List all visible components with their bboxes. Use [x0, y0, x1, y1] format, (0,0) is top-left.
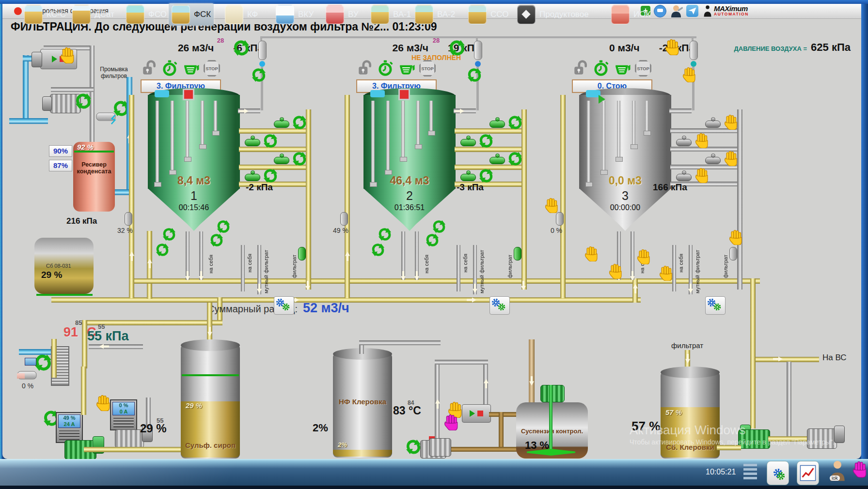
- pipe: [529, 339, 535, 403]
- settings-gears-button[interactable]: [274, 296, 294, 315]
- filter-feed-pipe: [345, 95, 350, 298]
- branch-valve[interactable]: [705, 121, 721, 128]
- taskbar-item-ksc[interactable]: КС-С: [21, 3, 69, 26]
- menu-stack-icon[interactable]: [743, 464, 757, 483]
- mixer-motor[interactable]: [540, 385, 565, 402]
- vfd-panel-2[interactable]: 0 %0 A: [110, 399, 137, 430]
- lock-open-icon: [141, 60, 158, 76]
- branch-valve[interactable]: [676, 174, 692, 181]
- setpoint-87[interactable]: 87%: [49, 160, 72, 171]
- taskbar-item-vu[interactable]: ВУ: [323, 3, 362, 26]
- taskbar-item-vku[interactable]: ВКУ: [273, 3, 316, 26]
- pipe: [89, 344, 143, 349]
- branch-valve[interactable]: [489, 157, 505, 164]
- filter-timer: 00:15:46: [148, 203, 240, 212]
- chat-icon[interactable]: [654, 5, 666, 17]
- recycle-icon: [479, 168, 493, 183]
- clock: 10:05:21: [706, 468, 736, 476]
- app-icon: [517, 5, 536, 24]
- app-icon: [415, 5, 433, 24]
- level-line: [36, 294, 93, 296]
- sb-08-031-tank[interactable]: Сб 08-031 29 %: [34, 238, 94, 294]
- pipe: [84, 447, 186, 452]
- sulf-name: Сульф. сироп: [183, 441, 238, 449]
- filter-candle: [587, 101, 590, 183]
- taskbar-item-va2[interactable]: ВА-2: [412, 3, 458, 26]
- branch-valve[interactable]: [489, 121, 505, 128]
- recycle-icon: [508, 152, 522, 166]
- feed-valve[interactable]: [340, 212, 348, 226]
- recycle-icon: [449, 40, 465, 56]
- recycle-icon: [378, 228, 392, 241]
- branch-valve[interactable]: [705, 157, 721, 164]
- pipe: [81, 367, 86, 415]
- taskbar-item-dsat[interactable]: ДСат: [69, 3, 117, 26]
- setpoint-90[interactable]: 90%: [49, 145, 72, 157]
- taskbar-item-fsk[interactable]: ФСК: [169, 3, 214, 26]
- recycle-icon: [162, 228, 176, 241]
- settings-gears-button[interactable]: [705, 296, 726, 315]
- manual-hand-icon: [694, 168, 710, 183]
- branch-valve[interactable]: [245, 174, 260, 181]
- sb-tank-name: Сб 08-031: [46, 263, 71, 269]
- timer-icon: [162, 60, 178, 76]
- top-instrument[interactable]: [690, 41, 698, 60]
- taskbar-item-iok[interactable]: ИОК: [608, 3, 653, 26]
- air-pressure-value: 625 кПа: [811, 41, 851, 54]
- app-icon: [126, 5, 144, 24]
- trends-app-button[interactable]: [797, 461, 819, 485]
- taskbar-item-va1[interactable]: ВА-1: [368, 3, 414, 26]
- taskbar-item-produktovoe[interactable]: Продуктовое: [514, 3, 592, 26]
- filter-flow: 26 м3/ч: [178, 42, 214, 54]
- taskbar-item-sso[interactable]: ССО: [465, 3, 511, 26]
- mimic-canvas: ФИЛЬТРАЦИЯ. До следующей регенерации воз…: [2, 19, 861, 459]
- taskbar-item-fso[interactable]: ФСО: [123, 3, 170, 26]
- filter-number: 2: [363, 189, 456, 203]
- settings-app-button[interactable]: [767, 461, 789, 485]
- support-user-icon[interactable]: [671, 4, 683, 17]
- condensate-receiver-tank[interactable]: 92 % Ресивер конденсата: [73, 142, 115, 212]
- start-icon: [52, 56, 57, 62]
- taskbar-item-kf[interactable]: КФ: [222, 3, 261, 26]
- settings-gears-button[interactable]: [489, 296, 510, 315]
- telegram-icon[interactable]: [686, 5, 698, 17]
- recycle-icon: [156, 243, 169, 257]
- filter-candle: [617, 101, 620, 158]
- branch-valve[interactable]: [460, 174, 476, 181]
- app-icon: [72, 5, 91, 24]
- susp-pump[interactable]: [462, 404, 491, 423]
- sulf-syrup-tank[interactable]: 29 % Сульф. сироп: [181, 344, 240, 458]
- pipe: [442, 447, 520, 452]
- top-instrument[interactable]: [474, 41, 482, 60]
- filter-feed-pipe: [560, 95, 566, 298]
- window-border-bottom: [0, 486, 868, 489]
- recycle-icon: [467, 68, 482, 82]
- branch-valve[interactable]: [460, 139, 476, 146]
- header-valve[interactable]: [729, 247, 737, 260]
- feed-valve[interactable]: [556, 212, 564, 226]
- manual-hand-icon: [664, 39, 681, 55]
- indicator-dot: [259, 61, 265, 67]
- header-valve[interactable]: [514, 247, 521, 260]
- taskbar: [0, 459, 868, 487]
- pipe: [17, 373, 25, 379]
- branch-valve[interactable]: [274, 121, 289, 128]
- taskbar-label: Продуктовое: [539, 10, 589, 19]
- recycle-icon: [479, 134, 493, 148]
- branch-valve[interactable]: [676, 139, 692, 146]
- feed-valve[interactable]: [125, 212, 132, 226]
- recycle-icon: [263, 134, 278, 148]
- scada-window: Контрольная фильтрация + MAXimum AUTOMAT…: [0, 0, 868, 489]
- branch-valve[interactable]: [274, 157, 289, 164]
- manual-hand-icon: [95, 395, 112, 411]
- top-instrument[interactable]: [258, 41, 267, 60]
- recycle-icon: [210, 233, 223, 247]
- app-icon: [172, 5, 190, 24]
- manual-hand-icon: [636, 249, 652, 264]
- nf-klerovka-tank[interactable]: НФ Клеровка 2%: [333, 353, 392, 458]
- header-valve[interactable]: [298, 247, 306, 260]
- vfd-panel-1[interactable]: 49 %24 A: [56, 412, 83, 443]
- branch-valve[interactable]: [245, 139, 260, 146]
- taskbar-label: КС-С: [47, 10, 66, 19]
- user-avatar[interactable]: iok: [827, 460, 848, 485]
